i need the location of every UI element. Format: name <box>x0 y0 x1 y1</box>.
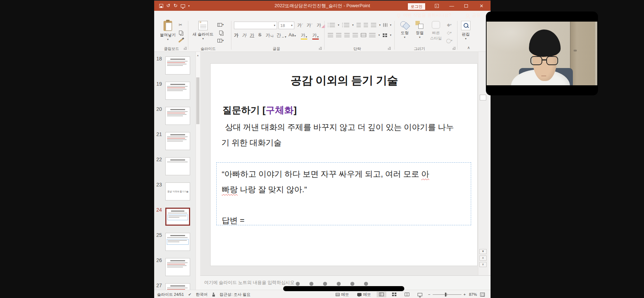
paste-button[interactable]: 붙여넣기 ▾ <box>158 21 177 46</box>
fit-to-window-icon[interactable] <box>480 293 485 297</box>
new-slide-button[interactable]: 새 슬라이드 ▾ <box>192 21 215 46</box>
slide-thumbnail[interactable]: 23 ‘공감’ 이외의 듣기기술 <box>154 182 200 206</box>
copy-icon <box>179 31 182 35</box>
zoom-slider-thumb[interactable] <box>445 293 446 297</box>
shape-fill-button[interactable]: ◆▾ <box>445 22 453 28</box>
layout-button[interactable]: ▾ <box>217 22 225 28</box>
italic-button[interactable]: 가 <box>242 32 247 39</box>
zoom-slider[interactable] <box>433 294 461 295</box>
editing-button[interactable]: 편집 ▾ <box>459 21 472 46</box>
dot <box>364 282 368 286</box>
slide-canvas[interactable]: 공감 이외의 듣기 기술 질문하기 [구체화] 상대 꺼낸 대화의 주제를 바꾸… <box>210 63 478 266</box>
previous-slide-button[interactable]: ∧ <box>479 256 487 261</box>
font-size-combobox[interactable]: 18▾ <box>279 22 294 29</box>
zoom-out-icon[interactable]: − <box>428 292 430 297</box>
zoom-percentage[interactable]: 87% <box>469 292 477 297</box>
underline-button[interactable]: 가 <box>250 32 254 39</box>
editor-scrollbar-thumb[interactable] <box>480 95 486 100</box>
floating-scrollbar[interactable] <box>283 286 404 291</box>
spellcheck-status-icon[interactable]: ✔ <box>188 292 192 297</box>
paragraph-dialog-launcher[interactable] <box>388 47 391 50</box>
bold-button[interactable]: 가 <box>234 32 239 39</box>
reset-slide-button[interactable] <box>217 30 225 36</box>
shrink-font-button[interactable]: 가ˇ <box>307 22 312 28</box>
minimize-button[interactable]: — <box>445 1 458 11</box>
font-dialog-launcher[interactable] <box>319 47 322 50</box>
format-painter-button[interactable] <box>176 37 184 44</box>
align-right-icon[interactable] <box>344 33 350 37</box>
text-shadow-button[interactable]: 가나 <box>266 32 274 39</box>
bullets-icon[interactable] <box>330 23 335 27</box>
login-button[interactable]: 로그인 <box>408 3 425 10</box>
columns-icon[interactable] <box>369 33 376 37</box>
slide-body-text[interactable]: 상대 꺼낸 대화의 주제를 바꾸지 않고 더 깊이 있는 이야기를 나누 기 위… <box>221 119 473 150</box>
drawing-dialog-launcher[interactable] <box>452 47 455 50</box>
slideshow-view-button[interactable] <box>415 292 425 297</box>
slide-heading[interactable]: 질문하기 [구체화] <box>222 104 297 117</box>
clipboard-dialog-launcher[interactable] <box>184 47 187 50</box>
arrange-button[interactable]: 정렬 ▾ <box>413 21 427 46</box>
font-name-combobox[interactable]: ▾ <box>234 22 277 29</box>
next-slide-button[interactable]: ∨ <box>479 262 487 267</box>
zoom-in-icon[interactable]: + <box>464 292 466 297</box>
slide-sorter-view-button[interactable] <box>390 292 399 297</box>
glasses-right-lens <box>546 56 558 65</box>
text-direction-icon[interactable] <box>383 23 387 27</box>
align-left-icon[interactable] <box>328 33 333 37</box>
change-case-button[interactable]: Aa▾ <box>289 32 296 37</box>
share-button[interactable]: 공유 <box>472 12 480 18</box>
thumbnail-scroll-up-icon[interactable]: ▲ <box>196 53 200 58</box>
quick-styles-button[interactable]: 빠른 스타일 <box>428 21 444 46</box>
slides-group-label: 슬라이드 <box>197 46 219 51</box>
numbering-icon[interactable] <box>344 23 349 27</box>
section-button[interactable]: ▾ <box>217 37 225 44</box>
character-spacing-button[interactable]: 간↔▾ <box>276 32 286 39</box>
thumbnail-scrollbar-thumb[interactable] <box>196 77 199 124</box>
normal-view-button[interactable] <box>377 292 386 297</box>
increase-indent-icon[interactable] <box>364 23 368 27</box>
highlight-color-button[interactable]: 가▾ <box>301 32 307 40</box>
accessibility-status[interactable]: 접근성: 조사 필요 <box>220 292 250 297</box>
slide-thumbnail[interactable]: 19 <box>154 81 200 105</box>
slide-thumbnail[interactable]: 18 <box>154 56 200 80</box>
justify-icon[interactable] <box>353 33 358 37</box>
collapse-ribbon-icon[interactable]: ∧ <box>467 45 470 50</box>
slide-number: 27 <box>156 283 162 288</box>
ribbon-display-options-button[interactable]: ∧ <box>430 1 443 11</box>
grow-font-button[interactable]: 가ˆ <box>297 22 303 28</box>
strikethrough-button[interactable]: S <box>258 32 261 37</box>
reading-view-button[interactable] <box>402 292 412 297</box>
slide-thumbnail[interactable]: 24 <box>154 207 200 231</box>
tell-me-search[interactable]: 어떤 작업을 원하시나요? <box>403 12 451 18</box>
align-center-icon[interactable] <box>336 33 341 37</box>
shapes-button[interactable]: 도형 ▾ <box>398 21 411 46</box>
maximize-button[interactable] <box>460 1 473 11</box>
scroll-down-button[interactable]: ▼ <box>479 249 487 254</box>
clear-formatting-button[interactable]: 가◢ <box>317 22 325 28</box>
screen: ↺ ↻ ▾ 2022또래상담온라인진행_슬리언 - PowerPoint 로그인… <box>0 0 644 298</box>
shape-effects-button[interactable]: ◯▾ <box>445 37 453 44</box>
line-spacing-icon[interactable] <box>371 23 376 27</box>
door-handle <box>574 50 577 51</box>
language-status[interactable]: 한국어 <box>196 292 208 297</box>
slide-thumbnail[interactable]: 25 <box>154 232 200 256</box>
quote-text-box[interactable]: “아빠하고 이야기 하다 보면 자꾸 싸우게 되고, 여러 모로 아 빠랑 나랑… <box>216 162 471 225</box>
cut-button[interactable]: ✂ <box>176 22 184 28</box>
notes-toggle-button[interactable]: 메모 <box>333 291 351 298</box>
slide-thumbnail[interactable]: 22 <box>154 157 200 180</box>
decrease-indent-icon[interactable] <box>356 23 361 27</box>
font-color-button[interactable]: 가▾ <box>312 32 319 40</box>
presenter-webcam[interactable] <box>486 12 598 95</box>
slide-thumbnail[interactable]: 20 <box>154 106 200 130</box>
slide-thumbnail[interactable]: 26 <box>154 257 200 281</box>
slide-title[interactable]: 공감 이외의 듣기 기술 <box>211 73 478 88</box>
slide-thumbnail[interactable]: 21 <box>154 131 200 155</box>
slide-thumbnail[interactable]: 27 <box>154 283 200 290</box>
close-button[interactable]: ✕ <box>475 1 488 11</box>
comments-toggle-button[interactable]: 메모 <box>355 291 373 298</box>
shape-outline-button[interactable]: ◇▾ <box>445 30 453 36</box>
copy-button[interactable] <box>176 30 184 36</box>
slide-thumbnail-preview <box>165 132 190 150</box>
distribute-icon[interactable] <box>361 33 366 37</box>
smartart-convert-icon[interactable] <box>383 33 387 37</box>
